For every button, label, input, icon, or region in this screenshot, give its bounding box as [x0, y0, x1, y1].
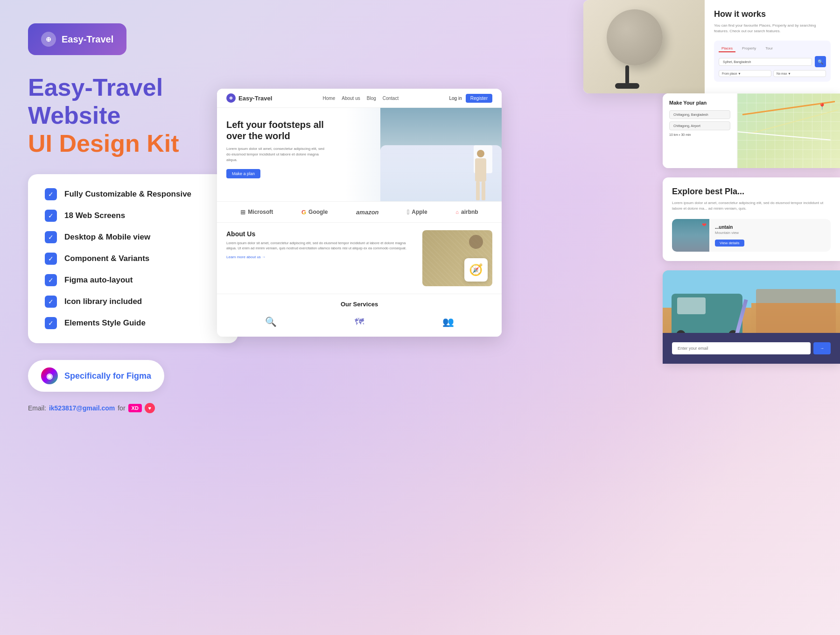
nav-home[interactable]: Home	[323, 96, 336, 101]
tab-places[interactable]: Places	[719, 45, 735, 52]
airbnb-label: airbnb	[461, 209, 478, 215]
check-icon-4: ✓	[45, 253, 57, 265]
search-location-input[interactable]: Sylhet, Bangladesh	[719, 58, 812, 66]
xd-badge: XD	[128, 404, 142, 412]
nav-about[interactable]: About us	[342, 96, 360, 101]
right-side-panels: Make Your plan Chittagong, Bangladesh Ch…	[663, 93, 840, 364]
email-prefix: Email:	[28, 404, 46, 412]
hero-desc: Lorem ipsum dolor sit amet, consectetur …	[226, 146, 329, 163]
search-mockup: Places Property Tour Sylhet, Bangladesh …	[714, 41, 831, 82]
feature-text-5: Figma auto-layout	[64, 275, 133, 285]
globe-image-container	[583, 0, 705, 93]
check-icon-1: ✓	[45, 188, 57, 200]
about-desc: Lorem ipsum dolor sit amet, consectetur …	[226, 240, 415, 251]
register-button[interactable]: Register	[466, 94, 492, 103]
place-card-info: ...untain Mountain view View details	[715, 225, 744, 247]
hero-cta-button[interactable]: Make a plan	[226, 169, 260, 178]
how-it-works-desc: You can find your favourite Places, Prop…	[714, 23, 831, 34]
services-section: Our Services 🔍 🗺 👥	[217, 294, 502, 337]
globe-stand	[625, 65, 629, 84]
google-label: Google	[308, 209, 328, 215]
feature-text-2: 18 Web Screens	[64, 211, 125, 220]
map-sidebar: Make Your plan Chittagong, Bangladesh Ch…	[663, 93, 737, 168]
microsoft-logo: ⊞ Microsoft	[240, 209, 273, 216]
microsoft-icon: ⊞	[240, 209, 245, 216]
mockup-logo-icon: ⊕	[226, 93, 236, 103]
figma-label: Specifically for Figma	[64, 371, 151, 381]
search-row-main: Sylhet, Bangladesh 🔍	[719, 56, 826, 67]
hero-photo-background	[380, 108, 502, 201]
globe-sphere	[607, 9, 663, 65]
mockup-hero-content: Left your footsteps all over the world L…	[226, 119, 329, 178]
place-card-image: ❤	[672, 219, 709, 252]
about-image: 🧭	[422, 230, 492, 286]
feature-item-6: ✓ Icon library included	[45, 296, 221, 308]
hero-image	[380, 108, 502, 201]
feature-item-5: ✓ Figma auto-layout	[45, 274, 221, 286]
newsletter-panel: →	[663, 333, 840, 364]
feature-item-3: ✓ Desktop & Mobile view	[45, 231, 221, 243]
apple-label: Apple	[412, 209, 427, 215]
tab-tour[interactable]: Tour	[763, 45, 776, 52]
about-text: About Us Lorem ipsum dolor sit amet, con…	[226, 230, 415, 286]
newsletter-form: →	[672, 342, 831, 354]
email-line: Email: ik523817@gmail.com for XD ♥	[28, 403, 238, 413]
login-link[interactable]: Log in	[449, 96, 462, 101]
google-icon: G	[301, 209, 306, 216]
newsletter-subscribe-button[interactable]: →	[813, 342, 831, 354]
map-panel: Make Your plan Chittagong, Bangladesh Ch…	[663, 93, 840, 168]
dropdown-from[interactable]: From place ▼	[719, 70, 771, 77]
mockup-navbar: ⊕ Easy-Travel Home About us Blog Contact…	[217, 89, 502, 108]
view-details-button[interactable]: View details	[715, 240, 744, 247]
feature-text-4: Component & Variants	[64, 254, 149, 263]
favorite-icon[interactable]: ❤	[702, 222, 707, 228]
map-pin: 📍	[818, 103, 826, 110]
left-panel: ⊕ Easy-Travel Easy-Travel Website UI Des…	[28, 23, 238, 413]
email-value: ik523817@gmail.com	[49, 404, 115, 412]
brand-logo-icon: ⊕	[41, 32, 56, 47]
google-logo: G Google	[301, 209, 328, 216]
check-icon-5: ✓	[45, 274, 57, 286]
center-website-mockup: ⊕ Easy-Travel Home About us Blog Contact…	[217, 89, 502, 337]
feature-item-4: ✓ Component & Variants	[45, 253, 221, 265]
brand-name: Easy-Travel	[62, 34, 113, 45]
about-title: About Us	[226, 230, 415, 238]
email-suffix: for	[118, 404, 125, 412]
nav-blog[interactable]: Blog	[367, 96, 376, 101]
title-line1: Easy-Travel Website	[28, 74, 238, 130]
apple-icon: 	[407, 208, 409, 216]
check-icon-3: ✓	[45, 231, 57, 243]
check-icon-2: ✓	[45, 210, 57, 222]
map-from-input[interactable]: Chittagong, Bangladesh	[669, 110, 730, 119]
map-area: 📍	[737, 93, 840, 168]
explore-title: Explore best Pla...	[672, 187, 831, 197]
mockup-logo-text: Easy-Travel	[238, 95, 272, 102]
feature-item-7: ✓ Elements Style Guide	[45, 317, 221, 329]
search-tabs: Places Property Tour	[719, 45, 826, 52]
map-to-input[interactable]: Chittagong, Airport	[669, 121, 730, 130]
tab-property[interactable]: Property	[739, 45, 759, 52]
services-title: Our Services	[226, 301, 492, 308]
logo-badge: ⊕ Easy-Travel	[28, 23, 126, 55]
dropdown-max[interactable]: No max ▼	[773, 70, 826, 77]
newsletter-email-input[interactable]	[672, 342, 811, 354]
nav-contact[interactable]: Contact	[383, 96, 399, 101]
van-window	[677, 297, 706, 314]
mockup-hero-section: Left your footsteps all over the world L…	[217, 108, 502, 201]
figma-icon: ◉	[41, 367, 58, 384]
mockup-nav-links: Home About us Blog Contact	[323, 96, 399, 101]
invision-badge: ♥	[145, 403, 155, 413]
van-body	[672, 294, 742, 336]
search-dropdowns: From place ▼ No max ▼	[719, 70, 826, 77]
how-it-works-content: How it works You can find your favourite…	[705, 0, 840, 93]
place-subtitle: Mountain view	[715, 231, 744, 235]
search-button[interactable]: 🔍	[815, 56, 826, 67]
feature-text-7: Elements Style Guide	[64, 318, 146, 328]
learn-more-link[interactable]: Learn more about us →	[226, 255, 415, 259]
airbnb-icon: ⌂	[455, 209, 459, 215]
feature-text-6: Icon library included	[64, 297, 142, 306]
service-icon-people: 👥	[439, 313, 457, 330]
feature-text-1: Fully Customizable & Responsive	[64, 190, 191, 199]
airbnb-logo: ⌂ airbnb	[455, 209, 478, 215]
place-name: ...untain	[715, 225, 744, 230]
